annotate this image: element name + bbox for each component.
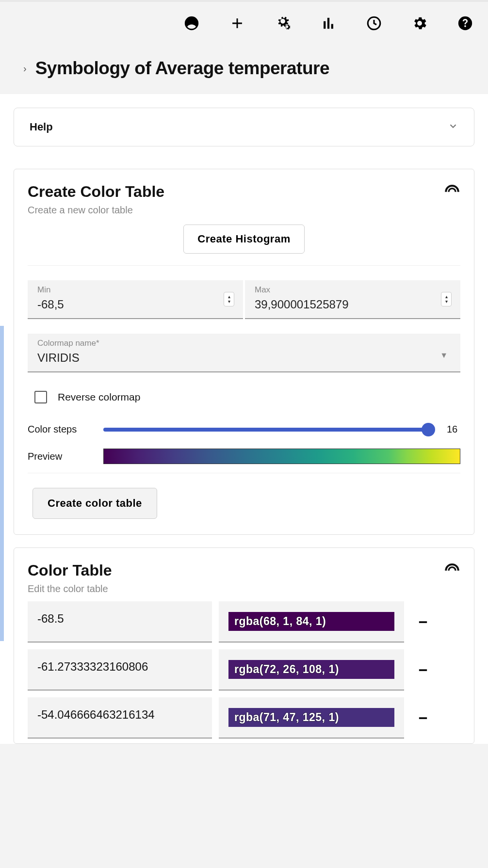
color-chip: rgba(68, 1, 84, 1) <box>228 612 394 631</box>
help-icon[interactable] <box>456 14 474 32</box>
color-table-panel: Color Table Edit the color table -68.5 r… <box>14 547 474 744</box>
max-label: Max <box>255 285 451 295</box>
rainbow-icon[interactable] <box>444 181 460 197</box>
max-value: 39,900001525879 <box>255 298 451 311</box>
max-stepper[interactable]: ▴▾ <box>441 292 452 306</box>
row-color-field[interactable]: rgba(68, 1, 84, 1) <box>219 601 404 643</box>
panel-subtitle: Create a new color table <box>28 205 460 216</box>
history-icon[interactable] <box>365 14 383 32</box>
toolbar <box>0 2 488 45</box>
color-table-subtitle: Edit the color table <box>28 583 460 595</box>
chevron-down-icon <box>448 121 458 133</box>
row-color-field[interactable]: rgba(71, 47, 125, 1) <box>219 697 404 739</box>
create-color-table-panel: Create Color Table Create a new color ta… <box>14 169 474 535</box>
page-header: › Symbology of Average temperature <box>0 45 488 94</box>
row-color-field[interactable]: rgba(72, 26, 108, 1) <box>219 649 404 691</box>
remove-row-button[interactable] <box>411 649 435 691</box>
colormap-select[interactable]: Colormap name* VIRIDIS ▼ <box>28 334 460 372</box>
min-field[interactable]: Min -68,5 ▴▾ <box>28 280 243 319</box>
color-chip: rgba(72, 26, 108, 1) <box>228 660 394 679</box>
page-title: Symbology of Average temperature <box>35 58 329 79</box>
min-stepper[interactable]: ▴▾ <box>224 292 234 306</box>
color-table-title: Color Table <box>28 562 460 579</box>
create-color-table-button[interactable]: Create color table <box>33 488 157 519</box>
help-label: Help <box>30 121 53 133</box>
table-row: -68.5 rgba(68, 1, 84, 1) <box>28 601 460 643</box>
table-row: -61.27333323160806 rgba(72, 26, 108, 1) <box>28 649 460 691</box>
row-value-field[interactable]: -68.5 <box>28 601 212 643</box>
min-label: Min <box>37 285 233 295</box>
colormap-value: VIRIDIS <box>37 351 451 365</box>
plus-icon[interactable] <box>228 14 246 32</box>
caret-down-icon: ▼ <box>440 351 448 360</box>
panel-title: Create Color Table <box>28 183 460 201</box>
min-value: -68,5 <box>37 298 233 311</box>
row-value-field[interactable]: -61.27333323160806 <box>28 649 212 691</box>
color-steps-slider[interactable] <box>103 428 434 432</box>
row-value-field[interactable]: -54.046666463216134 <box>28 697 212 739</box>
settings-icon[interactable] <box>410 14 429 32</box>
preview-label: Preview <box>28 451 91 462</box>
remove-row-button[interactable] <box>411 697 435 739</box>
account-icon[interactable] <box>182 14 201 32</box>
help-accordion[interactable]: Help <box>14 108 474 146</box>
table-row: -54.046666463216134 rgba(71, 47, 125, 1) <box>28 697 460 739</box>
remove-row-button[interactable] <box>411 601 435 643</box>
colormap-label: Colormap name* <box>37 338 451 348</box>
reverse-colormap-label: Reverse colormap <box>58 391 140 403</box>
color-chip: rgba(71, 47, 125, 1) <box>228 708 394 727</box>
breadcrumb-chevron-icon[interactable]: › <box>23 63 27 74</box>
max-field[interactable]: Max 39,900001525879 ▴▾ <box>245 280 460 319</box>
color-steps-label: Color steps <box>28 424 91 435</box>
slider-thumb[interactable] <box>422 423 435 436</box>
reverse-colormap-checkbox[interactable] <box>34 391 47 403</box>
rainbow-icon[interactable] <box>444 560 460 576</box>
preview-gradient <box>103 449 460 464</box>
gears-icon[interactable] <box>274 14 292 32</box>
chart-icon[interactable] <box>319 14 338 32</box>
create-histogram-button[interactable]: Create Histogram <box>183 225 304 254</box>
color-steps-value: 16 <box>447 424 460 435</box>
